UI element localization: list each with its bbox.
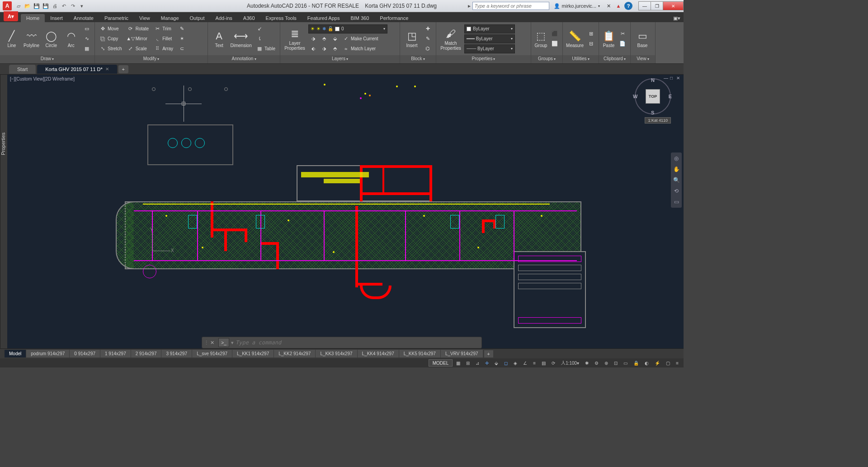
edit-icon[interactable]: ✎ (423, 34, 433, 43)
view-label[interactable]: [−][Custom View][2D Wireframe] (10, 76, 75, 81)
wcs-label[interactable]: 1:Kat 4110 (645, 117, 671, 124)
cmdline-prompt-icon[interactable]: >_ (218, 338, 229, 347)
undo-icon[interactable]: ↶ (60, 2, 68, 10)
rotate-button[interactable]: ⟳Rotate (126, 24, 151, 33)
properties-palette-tab[interactable]: Properties (0, 75, 7, 348)
viewcube-s[interactable]: S (651, 110, 654, 115)
grid-toggle[interactable]: ▦ (454, 359, 462, 367)
match-properties-button[interactable]: 🖌Match Properties (439, 24, 462, 54)
layout-tab[interactable]: L_KK4 914x297 (358, 350, 399, 357)
util-icon1[interactable]: ⊞ (586, 29, 596, 38)
draw-close-icon[interactable]: ✕ (676, 76, 682, 81)
layout-tab[interactable]: L_VRV 914x297 (441, 350, 483, 357)
rect-icon[interactable]: ▭ (82, 24, 92, 33)
move-button[interactable]: ✥Move (98, 24, 124, 33)
tab-a360[interactable]: A360 (238, 14, 260, 22)
tab-bim360[interactable]: BIM 360 (345, 14, 374, 22)
add-layout-button[interactable]: + (484, 350, 493, 357)
drawing-area[interactable]: [−][Custom View][2D Wireframe] — □ ✕ (7, 75, 684, 348)
tab-manage[interactable]: Manage (156, 14, 184, 22)
tab-output[interactable]: Output (184, 14, 210, 22)
help-icon[interactable]: ? (624, 2, 632, 10)
layout-tab-model[interactable]: Model (5, 350, 26, 357)
layout-tab[interactable]: L_sve 914x297 (192, 350, 232, 357)
annotation-monitor-toggle[interactable]: ⊕ (602, 359, 610, 367)
cycling-toggle[interactable]: ⟳ (549, 359, 557, 367)
polar-toggle[interactable]: ✛ (483, 359, 491, 367)
tab-featured[interactable]: Featured Apps (302, 14, 345, 22)
layout-tab[interactable]: 3 914x297 (161, 350, 192, 357)
layout-tab[interactable]: L_KK3 914x297 (316, 350, 357, 357)
panel-title-draw[interactable]: Draw (0, 55, 94, 63)
line-button[interactable]: ╱Line (3, 24, 21, 54)
minimize-button[interactable]: — (638, 1, 651, 10)
panel-title-clipboard[interactable]: Clipboard (599, 55, 630, 63)
maximize-button[interactable]: ❐ (651, 1, 663, 10)
attr-icon[interactable]: ⌬ (423, 44, 433, 53)
snap-toggle[interactable]: ⊞ (464, 359, 472, 367)
saveas-icon[interactable]: 💾 (42, 2, 50, 10)
search-input[interactable] (472, 2, 549, 10)
viewcube[interactable]: TOP N S E W (635, 78, 671, 114)
layout-tab[interactable]: L_KK5 914x297 (399, 350, 440, 357)
measure-button[interactable]: 📏Measure (566, 24, 584, 54)
layer-icon5[interactable]: ⬗ (319, 44, 329, 53)
ungroup-icon[interactable]: ⬛ (550, 29, 560, 38)
customize-button[interactable]: ≡ (674, 359, 681, 367)
new-icon[interactable]: ▱ (14, 2, 23, 10)
lock-ui-toggle[interactable]: 🔒 (631, 359, 641, 367)
panel-title-modify[interactable]: Modify (95, 55, 208, 63)
layout-tab[interactable]: 2 914x297 (131, 350, 161, 357)
copy-button[interactable]: ⿻Copy (98, 34, 124, 43)
spline-icon[interactable]: ∿ (82, 34, 92, 43)
viewcube-face[interactable]: TOP (646, 89, 660, 104)
tab-annotate[interactable]: Annotate (68, 14, 99, 22)
isolate-toggle[interactable]: ◐ (642, 359, 651, 367)
panel-title-utilities[interactable]: Utilities (563, 55, 599, 63)
3dosnap-toggle[interactable]: ◈ (511, 359, 519, 367)
color-dropdown[interactable]: ByLayer▾ (464, 24, 515, 33)
zoom-icon[interactable]: 🔍 (672, 176, 680, 184)
create-icon[interactable]: ✚ (423, 24, 433, 33)
arc-button[interactable]: ◠Arc (62, 24, 80, 54)
panel-title-annotation[interactable]: Annotation (208, 55, 280, 63)
panel-title-view[interactable]: View (631, 55, 655, 63)
leader-icon[interactable]: ↙ (255, 24, 277, 33)
transparency-toggle[interactable]: ▤ (539, 359, 548, 367)
new-tab-button[interactable]: + (118, 65, 128, 73)
layout-tab[interactable]: podrum 914x297 (26, 350, 69, 357)
util-icon2[interactable]: ⊟ (586, 39, 596, 48)
isodraft-toggle[interactable]: ⬙ (492, 359, 500, 367)
workspace-switch[interactable]: ⚙ (592, 359, 601, 367)
offset-icon[interactable]: ⊂ (177, 44, 187, 53)
cut-icon[interactable]: ✂ (618, 29, 627, 38)
command-line[interactable]: ⋮ ✕ >_ ▾ (202, 337, 482, 348)
tab-view[interactable]: View (134, 14, 156, 22)
infocenter-arrow-icon[interactable]: ▸ (468, 3, 471, 9)
panel-title-block[interactable]: Block (400, 55, 436, 63)
array-button[interactable]: ⠿Array (152, 44, 175, 53)
fillet-button[interactable]: ◟Fillet (152, 34, 175, 43)
group-edit-icon[interactable]: ⬜ (550, 39, 560, 48)
hatch-icon[interactable]: ▦ (82, 44, 92, 53)
orbit-icon[interactable]: ⟲ (672, 187, 680, 195)
trim-button[interactable]: ✂Trim (152, 24, 175, 33)
lineweight-dropdown[interactable]: ━━━ ByLayer▾ (464, 34, 515, 43)
app-menu-button[interactable]: A▾ (4, 11, 18, 21)
signin-button[interactable]: 👤 mirko.jurcevic... ▾ (551, 1, 603, 11)
layer-icon2[interactable]: ⬘ (319, 34, 329, 43)
model-space-button[interactable]: MODEL (429, 359, 453, 367)
panel-title-layers[interactable]: Layers (280, 55, 400, 63)
panel-title-groups[interactable]: Groups (531, 55, 562, 63)
quick-properties-toggle[interactable]: ▭ (621, 359, 630, 367)
match-layer-button[interactable]: ≈Match Layer (341, 44, 377, 53)
clean-screen-toggle[interactable]: ▢ (664, 359, 672, 367)
text-button[interactable]: AText (211, 24, 227, 54)
viewcube-w[interactable]: W (633, 94, 637, 99)
layer-icon1[interactable]: ⬗ (308, 34, 318, 43)
explode-icon[interactable]: ✶ (177, 34, 187, 43)
tab-addins[interactable]: Add-ins (210, 14, 238, 22)
redo-icon[interactable]: ↷ (69, 2, 77, 10)
ribbon-panel-button[interactable]: ▣▾ (673, 14, 681, 22)
cmdline-handle-icon[interactable]: ⋮ (202, 340, 210, 346)
